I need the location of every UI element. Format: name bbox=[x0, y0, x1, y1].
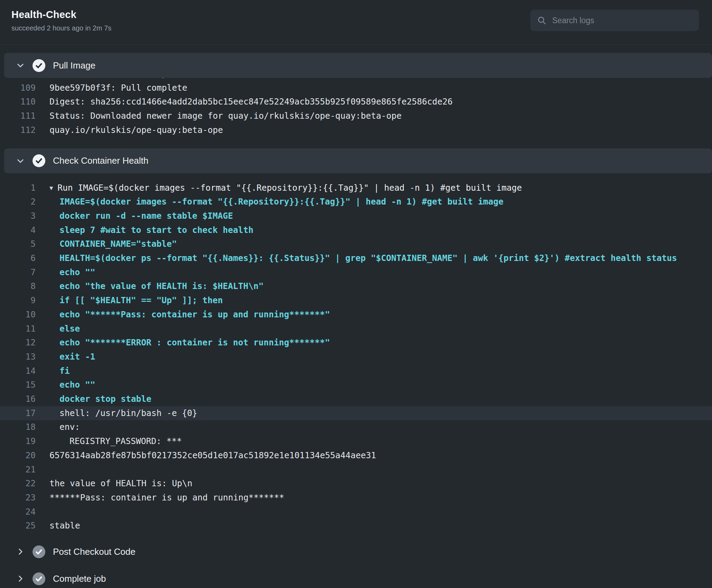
log-line: 15echo "" bbox=[0, 378, 712, 392]
log-line: 3docker run -d --name stable $IMAGE bbox=[0, 209, 712, 223]
line-text: echo "*******ERROR : container is not ru… bbox=[36, 336, 330, 350]
line-number[interactable]: 24 bbox=[0, 505, 36, 519]
log-line: 1▼Run IMAGE=$(docker images --format "{{… bbox=[0, 181, 712, 195]
log-line: 8echo "the value of HEALTH is: $HEALTH\n… bbox=[0, 279, 712, 293]
search-logs-box[interactable] bbox=[530, 10, 699, 31]
line-number[interactable]: 11 bbox=[0, 322, 36, 336]
line-number[interactable]: 25 bbox=[0, 519, 36, 533]
log-line: 13exit -1 bbox=[0, 350, 712, 364]
line-text: quay.io/rkulskis/ope-quay:beta-ope bbox=[36, 123, 223, 137]
line-text: shell: /usr/bin/bash -e {0} bbox=[36, 406, 197, 420]
log-line: 9if [[ "$HEALTH" == "Up" ]]; then bbox=[0, 293, 712, 308]
line-text: exit -1 bbox=[36, 350, 95, 364]
step-header-complete-job[interactable]: Complete job bbox=[4, 568, 712, 588]
line-text: Digest: sha256:ccd1466e4add2dab5bc15eec8… bbox=[36, 95, 453, 109]
line-number[interactable]: 19 bbox=[0, 434, 36, 449]
line-text: echo "" bbox=[36, 378, 95, 392]
log-line: 22the value of HEALTH is: Up\n bbox=[0, 477, 712, 491]
line-text: sleep 7 #wait to start to check health bbox=[36, 223, 254, 237]
line-text: ▼Run IMAGE=$(docker images --format "{{.… bbox=[36, 181, 522, 195]
log-line: 10echo "******Pass: container is up and … bbox=[0, 308, 712, 322]
line-text: docker run -d --name stable $IMAGE bbox=[36, 209, 233, 223]
line-number[interactable]: 111 bbox=[0, 109, 36, 123]
search-logs-input[interactable] bbox=[551, 16, 692, 26]
line-number[interactable]: 20 bbox=[0, 449, 36, 463]
step-label: Complete job bbox=[53, 573, 106, 584]
log-line: 108de185d47f118: Pull complete bbox=[0, 78, 712, 81]
line-number[interactable]: 7 bbox=[0, 265, 36, 280]
line-text: IMAGE=$(docker images --format "{{.Repos… bbox=[36, 195, 503, 209]
line-number[interactable]: 18 bbox=[0, 420, 36, 434]
line-number[interactable]: 2 bbox=[0, 195, 36, 209]
step-header-post-checkout-code[interactable]: Post Checkout Code bbox=[4, 541, 712, 563]
line-text: env: bbox=[36, 420, 80, 434]
line-text: Status: Downloaded newer image for quay.… bbox=[36, 109, 402, 123]
line-number[interactable]: 22 bbox=[0, 477, 36, 491]
line-text: stable bbox=[36, 519, 80, 533]
line-text: the value of HEALTH is: Up\n bbox=[36, 477, 192, 491]
line-text bbox=[36, 463, 49, 477]
line-text: echo "******Pass: container is up and ru… bbox=[36, 308, 330, 322]
line-number[interactable]: 5 bbox=[0, 237, 36, 251]
log-line: 24 bbox=[0, 505, 712, 519]
line-text: ******Pass: container is up and running*… bbox=[36, 491, 284, 505]
line-text: REGISTRY_PASSWORD: *** bbox=[36, 434, 182, 449]
success-check-icon bbox=[33, 545, 45, 558]
log-line: 1099bee597b0f3f: Pull complete bbox=[0, 81, 712, 95]
log-line: 111Status: Downloaded newer image for qu… bbox=[0, 109, 712, 123]
line-number[interactable]: 8 bbox=[0, 279, 36, 293]
line-number[interactable]: 4 bbox=[0, 223, 36, 237]
line-text bbox=[36, 505, 49, 519]
line-number[interactable]: 9 bbox=[0, 293, 36, 308]
line-number[interactable]: 110 bbox=[0, 95, 36, 109]
chevron-right-icon bbox=[16, 547, 25, 556]
line-number[interactable]: 6 bbox=[0, 251, 36, 265]
log-sections: Pull Image108de185d47f118: Pull complete… bbox=[0, 53, 712, 588]
step-log-check-container-health: 1▼Run IMAGE=$(docker images --format "{{… bbox=[0, 173, 712, 533]
step-label: Post Checkout Code bbox=[53, 546, 135, 557]
line-number[interactable]: 17 bbox=[0, 406, 36, 420]
line-text: CONTAINER_NAME="stable" bbox=[36, 237, 177, 251]
line-text: 6576314aab28fe87b5bf0217352ce05d1e017ac5… bbox=[36, 449, 376, 463]
line-text: else bbox=[36, 322, 80, 336]
line-number[interactable]: 3 bbox=[0, 209, 36, 223]
group-disclosure-icon[interactable]: ▼ bbox=[49, 184, 53, 191]
log-line: 206576314aab28fe87b5bf0217352ce05d1e017a… bbox=[0, 449, 712, 463]
log-line: 12echo "*******ERROR : container is not … bbox=[0, 336, 712, 350]
line-number[interactable]: 21 bbox=[0, 463, 36, 477]
line-number[interactable]: 109 bbox=[0, 81, 36, 95]
line-number[interactable]: 12 bbox=[0, 336, 36, 350]
log-line: 5CONTAINER_NAME="stable" bbox=[0, 237, 712, 251]
log-line: 17shell: /usr/bin/bash -e {0} bbox=[0, 406, 712, 420]
log-line: 2IMAGE=$(docker images --format "{{.Repo… bbox=[0, 195, 712, 209]
line-number[interactable]: 16 bbox=[0, 392, 36, 406]
success-check-icon bbox=[33, 59, 45, 72]
line-number[interactable]: 13 bbox=[0, 350, 36, 364]
log-line: 11else bbox=[0, 322, 712, 336]
log-line: 7echo "" bbox=[0, 265, 712, 280]
log-line: 4sleep 7 #wait to start to check health bbox=[0, 223, 712, 237]
line-text: if [[ "$HEALTH" == "Up" ]]; then bbox=[36, 293, 223, 308]
line-text: HEALTH=$(docker ps --format "{{.Names}}:… bbox=[36, 251, 677, 265]
line-number[interactable]: 10 bbox=[0, 308, 36, 322]
line-number[interactable]: 108 bbox=[0, 78, 36, 81]
line-text: de185d47f118: Pull complete bbox=[36, 78, 187, 81]
log-line: 21 bbox=[0, 463, 712, 477]
line-text: 9bee597b0f3f: Pull complete bbox=[36, 81, 187, 95]
line-number[interactable]: 23 bbox=[0, 491, 36, 505]
line-number[interactable]: 15 bbox=[0, 378, 36, 392]
step-header-pull-image[interactable]: Pull Image bbox=[4, 53, 712, 78]
log-line: 16docker stop stable bbox=[0, 392, 712, 406]
step-header-check-container-health[interactable]: Check Container Health bbox=[4, 148, 712, 173]
step-label: Check Container Health bbox=[53, 155, 148, 166]
log-line: 19REGISTRY_PASSWORD: *** bbox=[0, 434, 712, 449]
line-number[interactable]: 1 bbox=[0, 181, 36, 195]
log-line: 110Digest: sha256:ccd1466e4add2dab5bc15e… bbox=[0, 95, 712, 109]
line-number[interactable]: 112 bbox=[0, 123, 36, 137]
log-line: 23******Pass: container is up and runnin… bbox=[0, 491, 712, 505]
search-icon bbox=[537, 16, 546, 25]
success-check-icon bbox=[33, 572, 45, 585]
line-number[interactable]: 14 bbox=[0, 364, 36, 378]
line-text: fi bbox=[36, 364, 70, 378]
line-text: echo "the value of HEALTH is: $HEALTH\n" bbox=[36, 279, 264, 293]
